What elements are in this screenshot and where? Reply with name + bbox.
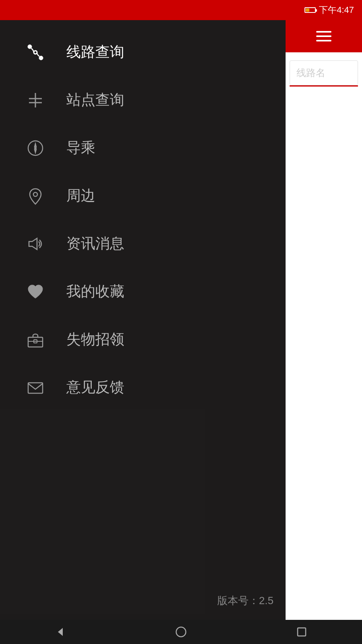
sidebar-item-station-query[interactable]: 站点查询 (0, 76, 286, 124)
right-panel: 线路名 (286, 20, 362, 620)
briefcase-icon (24, 328, 46, 351)
sidebar-item-feedback[interactable]: 意见反馈 (0, 363, 286, 411)
hamburger-line-1 (316, 31, 331, 33)
mail-icon (24, 376, 46, 398)
bottom-navigation (0, 620, 362, 644)
sidebar-item-feedback-label: 意见反馈 (66, 378, 124, 397)
battery-icon (304, 7, 316, 13)
svg-marker-15 (58, 628, 63, 636)
home-button[interactable] (171, 622, 191, 642)
svg-point-1 (39, 56, 43, 60)
main-container: 线路查询 站点查询 (0, 20, 362, 620)
right-panel-content: 线路名 (286, 52, 362, 620)
svg-point-16 (176, 627, 186, 637)
megaphone-icon (24, 233, 46, 255)
sidebar-item-lost-found[interactable]: 失物招领 (0, 316, 286, 363)
right-panel-header (286, 20, 362, 52)
battery-fill (306, 8, 309, 12)
hamburger-line-3 (316, 40, 331, 41)
svg-marker-7 (34, 142, 37, 147)
station-icon (24, 89, 46, 111)
location-icon (24, 185, 46, 207)
svg-point-0 (28, 45, 32, 49)
sidebar-item-navigation[interactable]: 导乘 (0, 124, 286, 172)
status-time: 下午4:47 (319, 4, 354, 16)
route-search-input[interactable]: 线路名 (290, 60, 358, 85)
sidebar-item-navigation-label: 导乘 (66, 138, 95, 158)
sidebar-item-station-query-label: 站点查询 (66, 90, 124, 110)
sidebar-item-route-query-label: 线路查询 (66, 42, 124, 62)
sidebar-item-nearby-label: 周边 (66, 186, 95, 206)
svg-point-9 (34, 147, 36, 149)
status-bar: 下午4:47 (0, 0, 362, 20)
sidebar-item-nearby[interactable]: 周边 (0, 172, 286, 220)
route-icon (24, 41, 46, 63)
svg-marker-8 (34, 149, 37, 154)
back-button[interactable] (50, 622, 70, 642)
sidebar-item-news-label: 资讯消息 (66, 234, 124, 254)
svg-rect-14 (28, 383, 43, 393)
recent-apps-button[interactable] (292, 622, 312, 642)
sidebar-menu: 线路查询 站点查询 (0, 20, 286, 594)
sidebar-item-favorites[interactable]: 我的收藏 (0, 268, 286, 316)
hamburger-menu-button[interactable] (316, 31, 331, 41)
search-divider (290, 85, 358, 87)
sidebar-item-favorites-label: 我的收藏 (66, 282, 124, 301)
sidebar: 线路查询 站点查询 (0, 20, 286, 620)
svg-point-10 (33, 192, 37, 196)
heart-icon (24, 281, 46, 303)
svg-rect-17 (298, 628, 306, 636)
svg-rect-11 (28, 337, 43, 347)
compass-icon (24, 137, 46, 159)
hamburger-line-2 (316, 35, 331, 37)
sidebar-item-news[interactable]: 资讯消息 (0, 220, 286, 268)
status-bar-info: 下午4:47 (304, 4, 354, 16)
sidebar-item-route-query[interactable]: 线路查询 (0, 28, 286, 76)
sidebar-item-lost-found-label: 失物招领 (66, 330, 124, 349)
version-text: 版本号：2.5 (0, 594, 286, 612)
